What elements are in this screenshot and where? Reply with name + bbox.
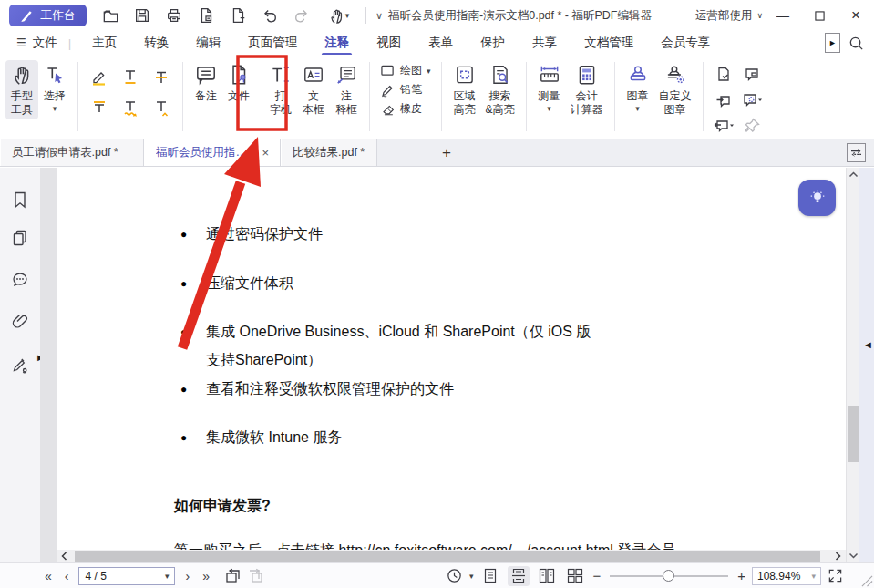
pen-logo-icon	[20, 9, 34, 23]
note-button[interactable]: 备注	[190, 60, 222, 106]
continuous-view-icon[interactable]	[508, 566, 530, 586]
underline-icon[interactable]	[116, 62, 145, 91]
bookmarks-panel-icon[interactable]	[10, 190, 30, 210]
callout-button[interactable]: 注 释框	[330, 60, 363, 119]
search-icon[interactable]	[848, 35, 865, 52]
first-page-button[interactable]: «	[38, 569, 58, 583]
account-menu[interactable]: 运营部使用 ∨	[695, 8, 763, 24]
file-attachment-button[interactable]: 文件	[222, 60, 255, 106]
draw-shapes-button[interactable]: 绘图 ▾	[376, 62, 435, 79]
zoom-slider[interactable]	[610, 567, 728, 585]
signature-panel-icon[interactable]	[10, 356, 30, 376]
comments-panel-icon[interactable]	[10, 270, 30, 290]
comment-note-panel-icon[interactable]	[738, 62, 766, 87]
comment-settings-icon[interactable]	[738, 88, 766, 112]
workspace-button[interactable]: 工作台	[9, 5, 87, 26]
undo-icon[interactable]	[259, 5, 281, 26]
attachments-panel-icon[interactable]	[10, 310, 30, 330]
hand-tool-button[interactable]: 手型 工具	[5, 60, 38, 119]
menu-convert[interactable]: 转换	[130, 31, 182, 55]
save-icon[interactable]	[131, 5, 153, 26]
redo-icon[interactable]	[291, 5, 313, 26]
export-comments-icon[interactable]	[710, 113, 737, 138]
hand-pointer-icon[interactable]: ▾	[323, 5, 354, 26]
tab-member-guide[interactable]: 福昕会员使用指南-演... ×	[144, 139, 281, 166]
menu-document-management[interactable]: 文档管理	[571, 31, 647, 55]
menu-edit[interactable]: 编辑	[182, 31, 234, 55]
accounting-calculator-button[interactable]: 会计 计算器	[566, 60, 608, 119]
custom-stamp-button[interactable]: 自定义 图章	[654, 60, 696, 119]
keep-tool-pin-icon[interactable]	[738, 113, 766, 138]
auto-scroll-caret[interactable]: ▾	[469, 572, 474, 581]
ribbon-expand-button[interactable]: ►	[825, 33, 840, 53]
menu-comment[interactable]: 注释	[311, 31, 363, 55]
area-highlight-button[interactable]: 区域 高亮	[448, 60, 481, 119]
horizontal-scrollbar[interactable]	[57, 550, 846, 562]
strikeout-icon[interactable]	[147, 62, 176, 91]
auto-scroll-icon[interactable]	[446, 567, 463, 584]
new-document-icon[interactable]	[227, 5, 249, 26]
facing-continuous-view-icon[interactable]	[564, 566, 586, 586]
replace-text-icon[interactable]	[85, 93, 114, 122]
close-button[interactable]: ×	[838, 0, 874, 31]
menu-member-exclusive[interactable]: 会员专享	[647, 31, 724, 55]
highlight-icon[interactable]	[85, 62, 114, 91]
menu-home[interactable]: 主页	[78, 31, 130, 55]
minimize-button[interactable]: —	[765, 0, 801, 31]
prev-page-button[interactable]: ‹	[58, 569, 76, 583]
textbox-button[interactable]: 文 本框	[297, 60, 330, 119]
last-page-button[interactable]: »	[196, 569, 216, 583]
scroll-up-icon[interactable]	[848, 170, 859, 179]
next-view-icon[interactable]	[247, 568, 265, 584]
open-file-icon[interactable]	[99, 5, 121, 26]
zoom-level-combo[interactable]: 108.94% ▾	[752, 567, 821, 585]
pdf-page[interactable]: ●通过密码保护文件 ●压缩文件体积 ●集成 OneDrive Business、…	[57, 168, 846, 550]
convert-document-icon[interactable]	[195, 5, 217, 26]
zoom-out-button[interactable]: −	[592, 568, 601, 583]
measure-button[interactable]: 测量 ▾	[533, 60, 566, 116]
textbox-icon	[302, 63, 325, 87]
single-page-view-icon[interactable]	[479, 566, 501, 586]
stamp-button[interactable]: 图章 ▾	[622, 60, 654, 116]
pages-panel-icon[interactable]	[10, 228, 30, 248]
previous-view-icon[interactable]	[223, 568, 242, 584]
zoom-slider-knob[interactable]	[663, 570, 674, 582]
resize-grip[interactable]	[861, 575, 873, 587]
scroll-left-icon[interactable]	[60, 551, 68, 562]
print-icon[interactable]	[163, 5, 185, 26]
tab-close-icon[interactable]: ×	[262, 146, 269, 160]
facing-view-icon[interactable]	[536, 566, 558, 586]
page-number-combo[interactable]: 4 / 5 ▾	[78, 567, 175, 585]
squiggly-icon[interactable]	[116, 93, 145, 122]
tab-leave-request[interactable]: 员工请假申请表.pdf *	[0, 139, 144, 166]
scroll-down-icon[interactable]	[848, 552, 859, 560]
menu-share[interactable]: 共享	[519, 31, 571, 55]
fullscreen-icon[interactable]	[828, 568, 843, 583]
select-tool-button[interactable]: 选择 ▾	[38, 60, 71, 116]
menu-protect[interactable]: 保护	[467, 31, 519, 55]
horizontal-scroll-thumb[interactable]	[75, 551, 820, 562]
menu-view[interactable]: 视图	[363, 31, 415, 55]
eraser-button[interactable]: 橡皮	[376, 100, 435, 118]
typewriter-button[interactable]: 打 字机	[264, 60, 297, 119]
import-comments-icon[interactable]	[710, 88, 737, 112]
zoom-in-button[interactable]: +	[737, 568, 745, 583]
menu-page-management[interactable]: 页面管理	[234, 31, 311, 55]
title-chevron-icon[interactable]: ∨	[375, 10, 383, 22]
expand-right-panel-icon[interactable]: ◄	[863, 339, 873, 350]
vertical-scrollbar[interactable]	[846, 168, 859, 562]
maximize-button[interactable]	[801, 0, 838, 31]
search-highlight-button[interactable]: 搜索 &高亮	[481, 60, 519, 119]
new-tab-button[interactable]: +	[429, 139, 464, 166]
summarize-comments-icon[interactable]	[710, 62, 737, 87]
menu-form[interactable]: 表单	[415, 31, 467, 55]
tab-compare-result[interactable]: 比较结果.pdf *	[281, 139, 377, 166]
next-page-button[interactable]: ›	[179, 569, 196, 583]
pencil-button[interactable]: 铅笔	[376, 81, 435, 98]
scroll-right-icon[interactable]	[834, 551, 842, 562]
menu-file[interactable]: ☰ 文件	[13, 35, 61, 51]
insert-text-icon[interactable]	[147, 93, 176, 122]
switch-tabs-icon[interactable]	[847, 143, 866, 162]
vertical-scroll-thumb[interactable]	[848, 406, 859, 462]
tips-lightbulb-button[interactable]	[798, 180, 836, 216]
